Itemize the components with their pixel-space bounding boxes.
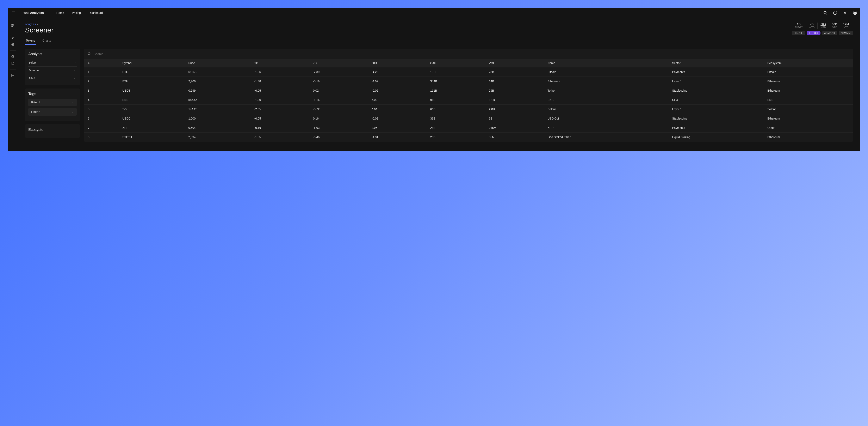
table-row[interactable]: 4 BNB 585.56 -1.00 -1.14 5.09 91B 1.1B B… <box>84 95 853 105</box>
col-header[interactable]: Price <box>186 59 252 67</box>
col-header[interactable]: Symbol <box>120 59 186 67</box>
svg-rect-19 <box>11 26 12 27</box>
col-header[interactable]: 7D <box>311 59 370 67</box>
analysis-item-price[interactable]: Price <box>28 59 77 66</box>
menu-icon[interactable] <box>11 11 16 15</box>
cell-vol: 29B <box>487 86 546 95</box>
period-top: 90D <box>832 23 837 26</box>
cell-7d: -5.19 <box>311 77 370 86</box>
header: Inuali Analytics Home Pricing Dashboard <box>8 8 860 18</box>
globe-icon[interactable] <box>11 42 15 46</box>
cell-price: 144.26 <box>186 105 252 114</box>
tag-filter-2[interactable]: Filter 2 <box>28 108 77 116</box>
cell-30d: 4.64 <box>370 105 428 114</box>
cell-symbol: ETH <box>120 77 186 86</box>
cell-vol: 6B <box>487 114 546 123</box>
tab-charts[interactable]: Charts <box>41 39 52 45</box>
nav-pricing[interactable]: Pricing <box>72 11 81 15</box>
svg-point-23 <box>12 56 13 57</box>
cell-ecosystem: Ethereum <box>765 133 853 142</box>
cell-name: Tether <box>546 86 670 95</box>
tags-title: Tags <box>28 92 77 96</box>
info-icon[interactable] <box>833 11 837 15</box>
page-title: Screener <box>25 26 54 34</box>
cell-vol: 28B <box>487 67 546 77</box>
analysis-item-sma[interactable]: SMA <box>28 74 77 82</box>
cell-sector: Payments <box>670 123 765 133</box>
cell-idx: 3 <box>84 86 120 95</box>
nav-dashboard[interactable]: Dashboard <box>89 11 103 15</box>
cell-idx: 1 <box>84 67 120 77</box>
chevron-down-icon <box>73 61 76 64</box>
breadcrumb: Analytics / <box>25 23 54 26</box>
cell-symbol: STETH <box>120 133 186 142</box>
col-header[interactable]: 30D <box>370 59 428 67</box>
table-row[interactable]: 7 XRP 0.504 -0.16 -6.03 3.96 28B 935M XR… <box>84 123 853 133</box>
filter-icon[interactable] <box>11 36 15 40</box>
cell-symbol: BTC <box>120 67 186 77</box>
chip-ltr-300[interactable]: LTR-300 <box>807 31 820 35</box>
chip-ltr-100[interactable]: LTR-100 <box>792 31 805 35</box>
cell-td: -1.85 <box>252 133 311 142</box>
cell-sector: Stablecoins <box>670 86 765 95</box>
col-header[interactable]: TD <box>252 59 311 67</box>
col-header[interactable]: VOL <box>487 59 546 67</box>
cell-td: -2.05 <box>252 105 311 114</box>
table-body: 1 BTC 61,679 -1.95 -2.39 -4.23 1.2T 28B … <box>84 67 853 142</box>
cell-price: 0.504 <box>186 123 252 133</box>
period-1d[interactable]: 1DTODAY <box>792 23 806 29</box>
dashboard-icon[interactable] <box>11 24 15 28</box>
period-7d[interactable]: 7DWTD <box>806 23 817 29</box>
filter-label: Filter 2 <box>31 110 40 114</box>
cell-td: -0.05 <box>252 114 311 123</box>
cell-vol: 935M <box>487 123 546 133</box>
cell-price: 585.56 <box>186 95 252 105</box>
period-row: 1DTODAY7DWTD30DMTD90DQTD12MYTD <box>792 23 853 29</box>
table-row[interactable]: 2 ETH 2,906 -1.38 -5.19 -4.07 354B 14B E… <box>84 77 853 86</box>
chip-asma-10[interactable]: ASMA-10 <box>822 31 837 35</box>
period-top: 7D <box>809 23 814 26</box>
table-row[interactable]: 6 USDC 1.000 -0.05 0.16 -0.02 33B 6B USD… <box>84 114 853 123</box>
search-input[interactable] <box>94 52 849 56</box>
col-header[interactable]: Name <box>546 59 670 67</box>
period-30d[interactable]: 30DMTD <box>817 23 829 29</box>
nav-links: Home Pricing Dashboard <box>56 11 103 15</box>
cell-sector: CEX <box>670 95 765 105</box>
cell-price: 1.000 <box>186 114 252 123</box>
svg-line-8 <box>844 11 844 12</box>
cell-sector: Stablecoins <box>670 114 765 123</box>
tag-filter-1[interactable]: Filter 1 <box>28 98 77 106</box>
cell-price: 0.999 <box>186 86 252 95</box>
col-header[interactable]: CAP <box>428 59 487 67</box>
logout-icon[interactable] <box>11 74 15 77</box>
col-header[interactable]: Sector <box>670 59 765 67</box>
table-row[interactable]: 1 BTC 61,679 -1.95 -2.39 -4.23 1.2T 28B … <box>84 67 853 77</box>
cell-cap: 354B <box>428 77 487 86</box>
cell-7d: -2.39 <box>311 67 370 77</box>
target-icon[interactable] <box>11 55 15 59</box>
svg-line-13 <box>846 11 846 12</box>
table-row[interactable]: 5 SOL 144.26 -2.05 -5.72 4.64 66B 2.8B S… <box>84 105 853 114</box>
tab-tokens[interactable]: Tokens <box>25 39 36 45</box>
cell-name: Lido Staked Ether <box>546 133 670 142</box>
theme-toggle-icon[interactable] <box>843 11 847 15</box>
period-90d[interactable]: 90DQTD <box>829 23 840 29</box>
search-icon[interactable] <box>823 11 827 15</box>
cell-7d: -6.03 <box>311 123 370 133</box>
table-row[interactable]: 8 STETH 2,894 -1.85 -5.46 -4.31 28B 85M … <box>84 133 853 142</box>
col-header[interactable]: # <box>84 59 120 67</box>
cell-td: -0.16 <box>252 123 311 133</box>
table-row[interactable]: 3 USDT 0.999 -0.05 0.02 -0.05 111B 29B T… <box>84 86 853 95</box>
cell-price: 2,906 <box>186 77 252 86</box>
user-icon[interactable] <box>853 11 857 15</box>
breadcrumb-parent[interactable]: Analytics <box>25 23 36 26</box>
nav-home[interactable]: Home <box>56 11 64 15</box>
document-icon[interactable] <box>11 61 15 65</box>
chip-asma-50[interactable]: ASMA-50 <box>839 31 853 35</box>
chevron-down-icon <box>71 101 74 104</box>
chip-row: LTR-100LTR-300ASMA-10ASMA-50 <box>792 31 853 35</box>
col-header[interactable]: Ecosystem <box>765 59 853 67</box>
cell-name: USD Coin <box>546 114 670 123</box>
period-12m[interactable]: 12MYTD <box>840 23 852 29</box>
analysis-item-volume[interactable]: Volume <box>28 66 77 74</box>
